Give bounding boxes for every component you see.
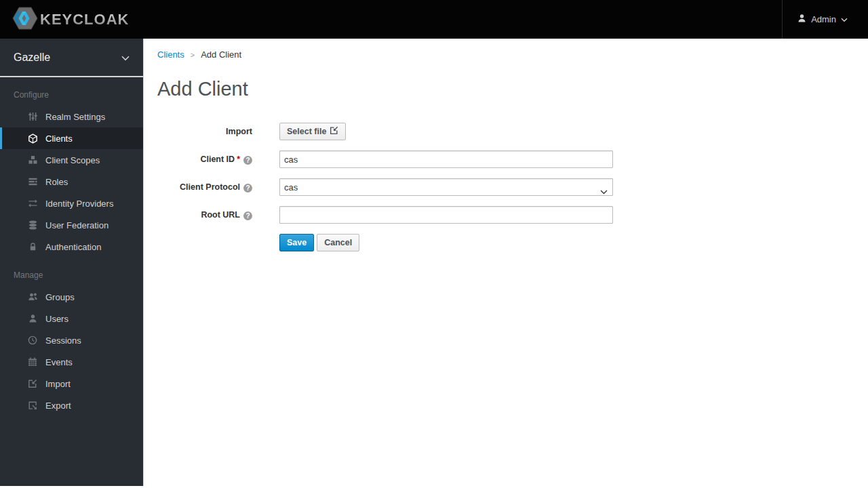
client-protocol-select[interactable]: cas — [279, 178, 613, 196]
sidebar-item-export[interactable]: Export — [0, 394, 143, 416]
admin-user-menu[interactable]: Admin — [782, 0, 868, 39]
sidebar-item-client-scopes[interactable]: Client Scopes — [0, 149, 143, 171]
brand-wordmark: KEYCLOAK — [40, 11, 129, 28]
required-asterisk: * — [237, 155, 240, 164]
sidebar: Gazelle Configure Realm Settings — [0, 39, 144, 486]
breadcrumb-link-clients[interactable]: Clients — [157, 49, 184, 60]
sidebar-item-authentication[interactable]: Authentication — [0, 236, 143, 258]
root-url-label: Root URL? — [157, 210, 252, 220]
cancel-button[interactable]: Cancel — [317, 234, 359, 251]
client-id-label: Client ID*? — [157, 155, 252, 165]
clock-icon — [27, 336, 38, 345]
sliders-icon — [27, 112, 38, 121]
root-url-input[interactable] — [279, 206, 613, 224]
user-icon — [797, 14, 806, 25]
sidebar-item-events[interactable]: Events — [0, 351, 143, 373]
section-label-configure: Configure — [0, 77, 143, 106]
sidebar-item-user-federation[interactable]: User Federation — [0, 214, 143, 236]
groups-icon — [27, 292, 38, 302]
client-protocol-row: Client Protocol? cas — [157, 178, 854, 196]
sidebar-item-clients[interactable]: Clients — [0, 127, 143, 149]
root-url-row: Root URL? — [157, 206, 854, 224]
user-label: Admin — [811, 14, 836, 24]
import-label: Import — [157, 127, 252, 136]
sidebar-item-sessions[interactable]: Sessions — [0, 329, 143, 351]
realm-name: Gazelle — [14, 52, 50, 64]
sidebar-item-roles[interactable]: Roles — [0, 171, 143, 192]
exchange-icon — [27, 199, 38, 208]
keycloak-hexagon-icon — [12, 7, 38, 33]
keycloak-logo[interactable]: KEYCLOAK — [0, 7, 129, 33]
import-icon — [27, 379, 38, 388]
sidebar-item-import[interactable]: Import — [0, 373, 143, 394]
select-file-button[interactable]: Select file — [279, 123, 346, 140]
add-client-form: Import Select file Client ID*? — [157, 123, 854, 251]
form-actions: Save Cancel — [279, 234, 854, 251]
sidebar-item-realm-settings[interactable]: Realm Settings — [0, 106, 143, 127]
breadcrumb-separator: > — [191, 51, 195, 59]
top-navbar: KEYCLOAK Admin — [0, 0, 868, 39]
sidebar-item-identity-providers[interactable]: Identity Providers — [0, 192, 143, 214]
lock-icon — [27, 242, 38, 251]
user-icon — [27, 314, 38, 323]
export-icon — [27, 401, 38, 410]
realm-selector[interactable]: Gazelle — [0, 39, 143, 77]
import-row: Import Select file — [157, 123, 854, 140]
client-id-input[interactable] — [279, 150, 613, 168]
calendar-icon — [27, 357, 38, 367]
sidebar-item-users[interactable]: Users — [0, 308, 143, 329]
help-icon[interactable]: ? — [243, 156, 252, 165]
page-title: Add Client — [157, 78, 854, 100]
breadcrumb: Clients > Add Client — [157, 49, 854, 60]
list-icon — [27, 177, 38, 186]
help-icon[interactable]: ? — [243, 211, 252, 220]
sidebar-item-groups[interactable]: Groups — [0, 286, 143, 308]
save-button[interactable]: Save — [279, 234, 314, 251]
section-label-manage: Manage — [0, 258, 143, 286]
chevron-down-icon — [121, 52, 130, 64]
cube-icon — [27, 134, 38, 144]
database-icon — [27, 220, 38, 230]
help-icon[interactable]: ? — [243, 184, 252, 192]
main-content: Clients > Add Client Add Client Import S… — [144, 39, 868, 488]
client-id-row: Client ID*? — [157, 150, 854, 168]
import-file-icon — [330, 126, 338, 137]
cubes-icon — [27, 155, 38, 165]
breadcrumb-current: Add Client — [201, 49, 241, 60]
chevron-down-icon — [841, 14, 848, 24]
client-protocol-label: Client Protocol? — [157, 182, 252, 192]
